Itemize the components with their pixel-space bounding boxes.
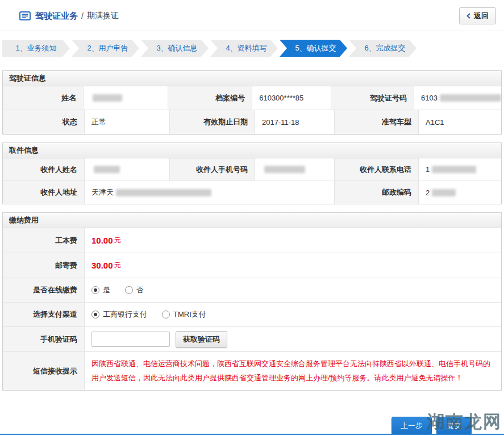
step-4-fill-data[interactable]: 4、资料填写 (210, 40, 278, 57)
file-no-value: 610300****85 (252, 86, 331, 110)
license-no-value: 6103 (414, 86, 501, 110)
pickup-info-section: 取件信息 收件人姓名 收件人手机号码 收件人联系电话 1 收件人地址 天津天 邮… (2, 142, 502, 204)
name-label: 姓名 (3, 86, 84, 110)
table-row: 手机验证码 获取验证码 (3, 327, 501, 352)
postcode-label: 邮政编码 (335, 181, 419, 204)
breadcrumb-current: 期满换证 (87, 11, 119, 21)
sms-notice-text: 因陕西省联通、电信运营商技术问题，陕西省互联网交通安全综合服务管理平台无法向持陕… (91, 352, 501, 390)
license-section-title: 驾驶证信息 (3, 71, 501, 86)
recipient-name-value (85, 158, 170, 181)
step-5-confirm-submit[interactable]: 5、确认提交 (280, 40, 347, 57)
step-2-declaration[interactable]: 2、用户申告 (72, 40, 139, 57)
fee-unit: 元 (114, 261, 121, 270)
radio-channel-icbc[interactable] (91, 311, 99, 318)
step-label: 3、确认信息 (156, 43, 197, 53)
breadcrumb-divider: / (81, 11, 84, 20)
pickup-section-title: 取件信息 (3, 143, 501, 158)
radio-tmri-label: TMRI支付 (173, 309, 206, 320)
radio-online-pay-no[interactable] (125, 286, 133, 294)
back-button-label: 返回 (474, 11, 489, 21)
redacted-recipient-mobile (264, 166, 305, 173)
recipient-mobile-label: 收件人手机号码 (170, 158, 255, 181)
recipient-mobile-value (255, 158, 335, 181)
expiry-label: 有效期止日期 (170, 110, 255, 134)
table-row: 状态 正常 有效期止日期 2017-11-18 准驾车型 A1C1 (3, 110, 501, 134)
fees-section-title: 缴纳费用 (3, 213, 501, 228)
table-row: 收件人地址 天津天 邮政编码 2 (3, 181, 501, 204)
vehicle-type-label: 准驾车型 (335, 110, 419, 134)
redacted-recipient-name (94, 166, 120, 173)
radio-icbc-label: 工商银行支付 (103, 309, 147, 320)
step-wizard: 1、业务须知 2、用户申告 3、确认信息 4、资料填写 5、确认提交 6、完成提… (2, 40, 502, 57)
redacted-name (93, 94, 122, 102)
online-pay-label: 是否在线缴费 (3, 278, 85, 302)
address-label: 收件人地址 (3, 181, 85, 204)
redacted-postcode (432, 189, 456, 196)
redacted-address (116, 189, 211, 196)
sms-code-field: 获取验证码 (85, 327, 501, 351)
chevron-left-icon (466, 12, 470, 20)
table-row: 选择支付渠道 工商银行支付 TMRI支付 (3, 303, 501, 327)
license-no-label: 驾驶证号码 (331, 86, 414, 110)
step-6-done[interactable]: 6、完成提交 (349, 40, 416, 57)
production-fee-label: 工本费 (3, 228, 85, 253)
license-info-section: 驾驶证信息 姓名 档案编号 610300****85 驾驶证号码 6103 状态… (2, 70, 502, 135)
recipient-phone-visible: 1 (426, 165, 430, 174)
radio-channel-tmri[interactable] (162, 311, 170, 318)
step-label: 5、确认提交 (295, 43, 336, 53)
prev-step-button[interactable]: 上一步 (391, 417, 432, 435)
step-label: 6、完成提交 (364, 43, 405, 53)
watermark: 湖南龙网 (427, 410, 502, 434)
table-row: 邮寄费 30.00 元 (3, 253, 501, 278)
radio-no-label: 否 (136, 285, 144, 295)
payment-channel-label: 选择支付渠道 (3, 303, 85, 326)
table-row: 工本费 10.00 元 (3, 228, 501, 253)
status-label: 状态 (3, 110, 85, 134)
sms-code-input[interactable] (91, 332, 170, 347)
expiry-value: 2017-11-18 (255, 110, 335, 134)
payment-channel-options: 工商银行支付 TMRI支付 (85, 303, 501, 326)
file-no-label: 档案编号 (168, 86, 252, 110)
postcode-visible: 2 (426, 188, 430, 197)
production-fee-amount: 10.00 (91, 236, 113, 245)
step-label: 1、业务须知 (15, 43, 56, 53)
address-visible: 天津天 (91, 187, 114, 198)
online-pay-options: 是 否 (85, 278, 501, 302)
page-title: 驾驶证业务 (35, 11, 78, 22)
form-icon (19, 11, 31, 20)
page-header: 驾驶证业务 / 期满换证 返回 (0, 0, 504, 31)
step-1-notice[interactable]: 1、业务须知 (2, 40, 70, 57)
sms-code-label: 手机验证码 (3, 327, 85, 351)
recipient-name-label: 收件人姓名 (3, 158, 85, 181)
fee-unit: 元 (114, 236, 121, 245)
table-row: 姓名 档案编号 610300****85 驾驶证号码 6103 (3, 86, 501, 110)
mailing-fee-amount: 30.00 (91, 261, 113, 270)
recipient-phone-label: 收件人联系电话 (335, 158, 419, 181)
radio-online-pay-yes[interactable] (91, 286, 99, 294)
step-label: 4、资料填写 (226, 43, 266, 53)
sms-notice-value: 因陕西省联通、电信运营商技术问题，陕西省互联网交通安全综合服务管理平台无法向持陕… (85, 352, 501, 390)
table-row: 收件人姓名 收件人手机号码 收件人联系电话 1 (3, 158, 501, 181)
postcode-value: 2 (419, 181, 501, 204)
get-code-button[interactable]: 获取验证码 (176, 331, 227, 348)
table-row: 短信接收提示 因陕西省联通、电信运营商技术问题，陕西省互联网交通安全综合服务管理… (3, 352, 501, 390)
back-button[interactable]: 返回 (459, 7, 496, 24)
step-3-confirm-info[interactable]: 3、确认信息 (141, 40, 209, 57)
sms-notice-label: 短信接收提示 (3, 352, 85, 390)
vehicle-type-value: A1C1 (419, 110, 501, 134)
fees-section: 缴纳费用 工本费 10.00 元 邮寄费 30.00 元 是否在线缴费 是 否 … (2, 212, 502, 391)
step-label: 2、用户申告 (87, 43, 128, 53)
redacted-recipient-phone (432, 166, 476, 173)
radio-yes-label: 是 (103, 285, 110, 295)
mailing-fee-value: 30.00 元 (85, 253, 501, 278)
redacted-license-no (440, 94, 501, 102)
table-row: 是否在线缴费 是 否 (3, 278, 501, 303)
bottom-divider (0, 434, 504, 435)
license-no-visible: 6103 (421, 94, 438, 102)
address-value: 天津天 (85, 181, 335, 204)
status-value: 正常 (85, 110, 170, 134)
production-fee-value: 10.00 元 (85, 228, 501, 253)
recipient-phone-value: 1 (419, 158, 501, 181)
name-value (84, 86, 168, 110)
mailing-fee-label: 邮寄费 (3, 253, 85, 278)
